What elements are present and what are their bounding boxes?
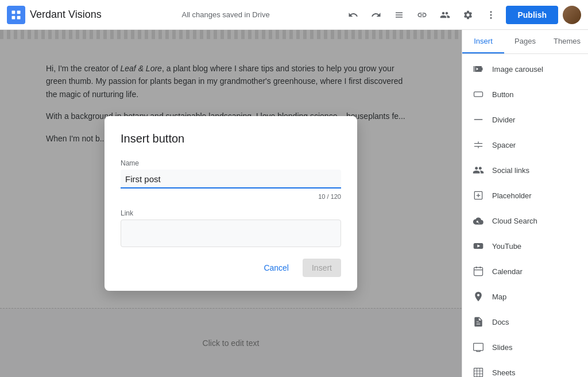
docs-icon — [471, 315, 485, 329]
name-field-group: Name — [121, 159, 341, 188]
image-carousel-icon — [471, 62, 485, 76]
sidebar-item-label: Map — [492, 293, 506, 301]
sidebar-items-list: Image carousel Button Divider Spacer — [462, 54, 588, 377]
sidebar-item-youtube[interactable]: YouTube — [462, 233, 588, 259]
sidebar-item-image-carousel[interactable]: Image carousel — [462, 56, 588, 82]
tab-themes[interactable]: Themes — [546, 30, 588, 53]
preview-button[interactable] — [389, 5, 409, 25]
sidebar-item-label: Calendar — [492, 267, 523, 276]
main-area: Hi, I'm the creator of Leaf & Lore, a pl… — [0, 30, 462, 377]
spacer-icon — [471, 138, 485, 152]
divider-icon — [471, 113, 485, 126]
name-input[interactable] — [121, 170, 341, 188]
right-sidebar: Insert Pages Themes Image carousel Butto… — [462, 30, 588, 377]
topbar: Verdant Visions All changes saved in Dri… — [0, 0, 588, 30]
sidebar-item-label: Divider — [492, 116, 515, 124]
site-title: Verdant Visions — [30, 9, 102, 21]
youtube-icon — [471, 239, 485, 253]
sidebar-item-label: Slides — [492, 343, 512, 352]
redo-button[interactable] — [366, 5, 386, 25]
modal-actions: Cancel Insert — [121, 259, 341, 277]
placeholder-icon — [471, 188, 485, 202]
calendar-icon — [471, 264, 485, 278]
modal-backdrop: Insert button Name 10 / 120 Link Cancel … — [0, 30, 462, 377]
sheets-icon — [471, 366, 485, 377]
name-label: Name — [121, 159, 341, 167]
sidebar-item-label: Spacer — [492, 141, 516, 149]
sidebar-item-placeholder[interactable]: Placeholder — [462, 183, 588, 208]
sidebar-item-label: Sheets — [492, 368, 515, 377]
sidebar-item-sheets[interactable]: Sheets — [462, 360, 588, 377]
sidebar-item-map[interactable]: Map — [462, 284, 588, 309]
link-label: Link — [121, 209, 341, 217]
sidebar-item-divider[interactable]: Divider — [462, 107, 588, 132]
sidebar-tabs: Insert Pages Themes — [462, 30, 588, 54]
tab-insert[interactable]: Insert — [462, 30, 504, 53]
insert-button-modal: Insert button Name 10 / 120 Link Cancel … — [105, 116, 357, 291]
svg-point-5 — [490, 14, 492, 16]
topbar-actions: Publish — [343, 5, 581, 25]
sidebar-item-docs[interactable]: Docs — [462, 309, 588, 334]
save-status: All changes saved in Drive — [113, 10, 339, 19]
tab-pages[interactable]: Pages — [504, 30, 546, 53]
sidebar-item-label: Image carousel — [492, 65, 543, 74]
map-icon — [471, 290, 485, 303]
more-button[interactable] — [481, 5, 501, 25]
sidebar-item-slides[interactable]: Slides — [462, 334, 588, 360]
svg-rect-2 — [12, 16, 16, 19]
social-links-icon — [471, 163, 485, 177]
app-logo — [7, 6, 25, 24]
insert-button[interactable]: Insert — [303, 259, 341, 277]
button-icon — [471, 87, 485, 101]
sidebar-item-social-links[interactable]: Social links — [462, 157, 588, 183]
modal-title: Insert button — [121, 132, 341, 145]
link-field-group: Link — [121, 209, 341, 247]
svg-rect-13 — [474, 343, 483, 351]
svg-rect-0 — [12, 10, 16, 14]
svg-rect-7 — [474, 92, 483, 97]
cancel-button[interactable]: Cancel — [254, 259, 298, 277]
svg-point-6 — [490, 17, 492, 18]
cloud-search-icon — [471, 214, 485, 228]
sidebar-item-spacer[interactable]: Spacer — [462, 132, 588, 157]
publish-button[interactable]: Publish — [506, 6, 558, 24]
link-button[interactable] — [412, 5, 432, 25]
sidebar-item-label: YouTube — [492, 242, 521, 251]
settings-button[interactable] — [458, 5, 478, 25]
sidebar-item-cloud-search[interactable]: Cloud Search — [462, 208, 588, 233]
name-counter: 10 / 120 — [121, 193, 341, 200]
sidebar-item-label: Button — [492, 90, 514, 99]
svg-point-4 — [490, 11, 492, 13]
sidebar-item-label: Social links — [492, 166, 529, 175]
svg-rect-1 — [17, 10, 21, 14]
svg-rect-12 — [474, 267, 483, 275]
sidebar-item-label: Cloud Search — [492, 217, 537, 225]
undo-button[interactable] — [343, 5, 363, 25]
slides-icon — [471, 340, 485, 354]
avatar[interactable] — [563, 6, 581, 24]
link-input[interactable] — [121, 220, 341, 247]
svg-rect-3 — [17, 16, 21, 19]
share-button[interactable] — [435, 5, 455, 25]
sidebar-item-button[interactable]: Button — [462, 82, 588, 107]
sidebar-item-label: Placeholder — [492, 191, 532, 200]
svg-rect-14 — [474, 368, 483, 377]
sidebar-item-calendar[interactable]: Calendar — [462, 259, 588, 284]
sidebar-item-label: Docs — [492, 318, 509, 326]
app-body: Hi, I'm the creator of Leaf & Lore, a pl… — [0, 30, 588, 377]
